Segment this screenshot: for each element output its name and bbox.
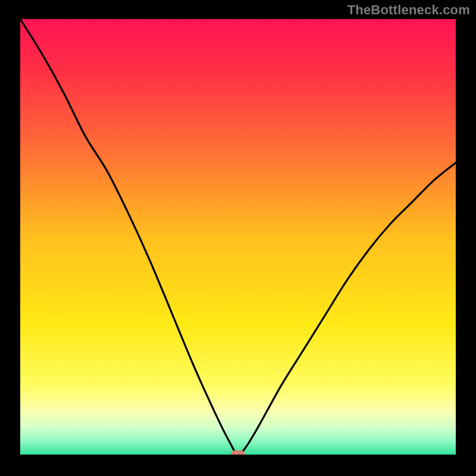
plot-area — [20, 19, 456, 455]
watermark-text: TheBottleneck.com — [347, 2, 470, 18]
optimum-marker — [231, 450, 245, 455]
chart-frame: TheBottleneck.com — [0, 0, 476, 476]
bottleneck-curve — [20, 19, 456, 455]
